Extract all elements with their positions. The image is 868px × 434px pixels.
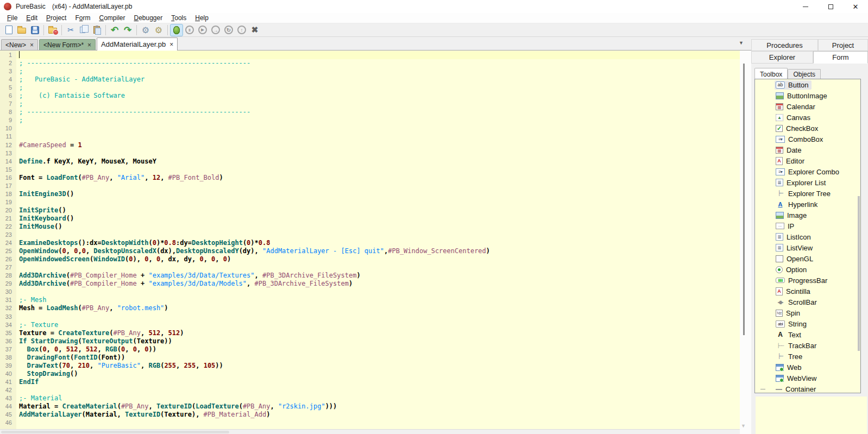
panel-tab-procedures[interactable]: Procedures (751, 39, 818, 51)
toolbox-item-text[interactable]: Text (755, 329, 860, 340)
toolbox-item-container[interactable]: Container (755, 383, 860, 393)
toolbox-item-string[interactable]: String (755, 318, 860, 329)
open-file-button[interactable] (15, 24, 28, 36)
restore-button[interactable] (818, 0, 843, 13)
code-editor[interactable]: 12; ------------------------------------… (0, 51, 740, 429)
toolbox-scrollbar-thumb[interactable] (858, 196, 860, 351)
undo-button[interactable] (108, 24, 121, 36)
line-number: 30 (0, 288, 16, 296)
horizontal-scrollbar-thumb[interactable] (1, 431, 229, 433)
toolbox-item-explorer-list[interactable]: Explorer List (755, 177, 860, 188)
toolbox-item-buttonimage[interactable]: ButtonImage (755, 90, 860, 101)
tab-close-icon[interactable]: × (30, 42, 34, 48)
tab-close-icon[interactable]: × (87, 42, 91, 48)
toolbox-item-scintilla[interactable]: Scintilla (755, 286, 860, 297)
tab-objects[interactable]: Objects (788, 69, 821, 79)
menu-file[interactable]: File (3, 14, 22, 22)
step-out-button[interactable]: ↑ (235, 24, 248, 36)
vertical-scrollbar-thumb[interactable] (743, 64, 745, 335)
code-line: 12#CameraSpeed = 1 (0, 141, 740, 149)
toolbox-item-listicon[interactable]: ListIcon (755, 231, 860, 242)
line-number: 26 (0, 255, 16, 263)
editor-vertical-scrollbar[interactable]: ▼ (740, 51, 751, 434)
continue-program-button[interactable]: ▶ (196, 24, 209, 36)
toolbox-item-webview[interactable]: WebView (755, 373, 860, 383)
toolbox-item-option[interactable]: Option (755, 264, 860, 275)
toolbox-item-trackbar[interactable]: TrackBar (755, 340, 860, 351)
new-file-icon (5, 26, 12, 34)
toolbox-item-editor[interactable]: Editor (755, 155, 860, 166)
toolbox-item-checkbox[interactable]: CheckBox (755, 123, 860, 134)
kill-program-button[interactable] (248, 24, 261, 36)
tab-new[interactable]: <New>× (1, 39, 38, 50)
code-line: 15 (0, 166, 740, 174)
menu-help[interactable]: Help (191, 14, 213, 22)
toolbox-item-hyperlink[interactable]: Hyperlink (755, 199, 860, 210)
compile-run-button[interactable] (139, 24, 152, 36)
open-file-icon (17, 28, 26, 34)
menu-edit[interactable]: Edit (22, 14, 42, 22)
toolbox-item-image[interactable]: Image (755, 210, 860, 221)
line-text: Mesh = LoadMesh(#PB_Any, "robot.mesh") (16, 304, 740, 312)
panel-tab-project[interactable]: Project (818, 39, 868, 51)
close-file-button[interactable] (46, 24, 59, 36)
toolbox-item-date[interactable]: Date (755, 144, 860, 155)
panel-tab-form[interactable]: Form (813, 51, 868, 64)
menu-debugger[interactable]: Debugger (129, 14, 167, 22)
toolbox-item-web[interactable]: Web (755, 362, 860, 373)
toolbox-list[interactable]: ButtonButtonImageCalendarCanvasCheckBoxC… (754, 79, 861, 393)
code-line: 5; (0, 84, 740, 92)
menu-tools[interactable]: Tools (167, 14, 191, 22)
menu-compiler[interactable]: Compiler (95, 14, 129, 22)
toolbar-separator (136, 25, 137, 35)
toolbox-item-opengl[interactable]: OpenGL (755, 253, 860, 264)
code-line: 43;- Material (0, 394, 740, 402)
copy-button[interactable] (77, 24, 90, 36)
toolbox-item-scrollbar[interactable]: ScrollBar (755, 297, 860, 307)
tab-close-icon[interactable]: × (169, 41, 173, 48)
paste-button[interactable] (90, 24, 103, 36)
toolbox-item-tree[interactable]: Tree (755, 351, 860, 362)
menu-form[interactable]: Form (71, 14, 95, 22)
toolbox-item-spin[interactable]: Spin (755, 307, 860, 318)
toolbox-item-progressbar[interactable]: ProgressBar (755, 275, 860, 286)
minimize-button[interactable] (793, 0, 818, 13)
pause-program-button[interactable]: ‖ (183, 24, 196, 36)
toolbox-item-calendar[interactable]: Calendar (755, 101, 860, 112)
toolbox-item-explorer-tree[interactable]: Explorer Tree (755, 188, 860, 199)
editor-horizontal-scrollbar[interactable] (0, 429, 740, 434)
line-text: If StartDrawing(TextureOutput(Texture)) (16, 337, 740, 345)
code-line: 28Add3DArchive(#PB_Compiler_Home + "exam… (0, 272, 740, 280)
toolbox-item-listview[interactable]: ListView (755, 242, 860, 253)
toolbox-item-explorer-combo[interactable]: Explorer Combo (755, 166, 860, 177)
close-button[interactable]: ✕ (843, 0, 868, 13)
redo-button[interactable] (121, 24, 134, 36)
save-file-button[interactable] (28, 24, 41, 36)
panel-tab-explorer[interactable]: Explorer (751, 51, 813, 64)
toolbox-item-combobox[interactable]: ComboBox (755, 134, 860, 144)
new-file-button[interactable] (2, 24, 15, 36)
toolbox-item-button[interactable]: Button (755, 79, 860, 90)
toolbox-item-ip[interactable]: IP (755, 221, 860, 231)
toolbox-item-label: ListView (787, 244, 813, 252)
toolbox-item-canvas[interactable]: Canvas (755, 112, 860, 123)
toolbox-item-label: Date (787, 146, 801, 154)
step-over-button[interactable]: ↻ (222, 24, 235, 36)
tab-addmateriallayer-pb[interactable]: AddMaterialLayer.pb× (97, 37, 178, 51)
close-icon: ✕ (853, 3, 859, 10)
debugger-button[interactable] (170, 24, 183, 36)
tab-list-dropdown[interactable]: ▼ (739, 40, 744, 46)
form-properties-panel (756, 397, 867, 434)
tab-toolbox[interactable]: Toolbox (754, 68, 788, 80)
line-number: 15 (0, 166, 16, 174)
tab-new-form[interactable]: <New Form>*× (39, 39, 96, 50)
toolbox-item-label: Option (786, 266, 807, 274)
scrollbar-down-arrow-icon[interactable]: ▼ (741, 423, 746, 429)
line-text: Font = LoadFont(#PB_Any, "Arial", 12, #P… (16, 174, 740, 182)
compiler-options-button[interactable] (152, 24, 165, 36)
menu-project[interactable]: Project (42, 14, 71, 22)
step-button[interactable]: → (209, 24, 222, 36)
cut-button[interactable] (64, 24, 77, 36)
toolbox-item-label: Hyperlink (788, 200, 817, 209)
tree-expander-icon[interactable] (760, 389, 765, 389)
